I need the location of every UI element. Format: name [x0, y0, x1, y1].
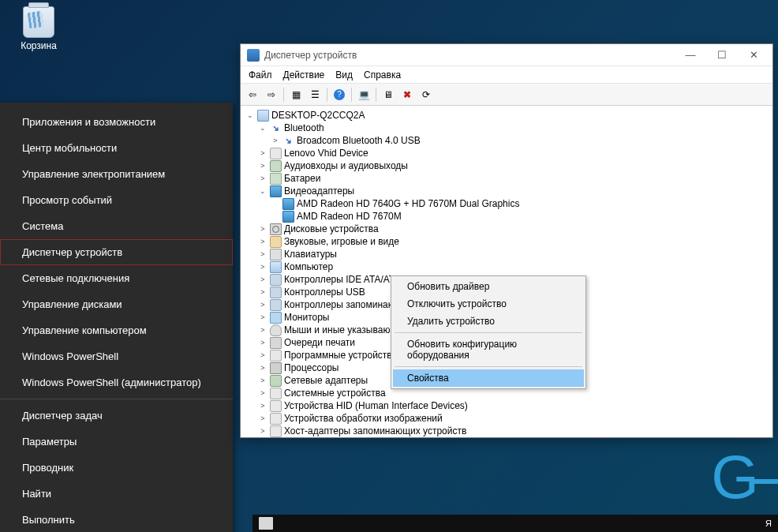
gen-icon: [270, 350, 282, 362]
expand-toggle[interactable]: >: [258, 288, 267, 296]
expand-toggle[interactable]: >: [258, 389, 267, 397]
context-menu-item[interactable]: Обновить конфигурацию оборудования: [393, 335, 584, 364]
tree-node-label: Очереди печати: [284, 337, 355, 348]
expand-toggle[interactable]: ⌄: [245, 111, 255, 119]
tree-root[interactable]: ⌄DESKTOP-Q2CCQ2A: [241, 109, 772, 122]
tree-category[interactable]: >Аудиовходы и аудиовыходы: [241, 159, 772, 172]
taskbar[interactable]: Я: [252, 515, 778, 532]
winx-item[interactable]: Приложения и возможности: [0, 109, 233, 135]
tree-category[interactable]: >Устройства HID (Human Interface Devices…: [241, 399, 772, 412]
winx-item[interactable]: Проводник: [0, 455, 233, 481]
menu-действие[interactable]: Действие: [283, 69, 325, 81]
winx-item[interactable]: Просмотр событий: [0, 187, 233, 213]
winx-item[interactable]: Центр мобильности: [0, 135, 233, 161]
net-icon: [270, 375, 282, 387]
tree-category[interactable]: >Lenovo Vhid Device: [241, 147, 772, 159]
gen-icon: [270, 413, 282, 425]
expand-toggle[interactable]: >: [258, 275, 267, 283]
expand-toggle[interactable]: >: [258, 351, 267, 359]
usb-icon: [270, 299, 282, 311]
tree-category[interactable]: ⌄Видеоадаптеры: [241, 185, 772, 197]
menu-справка[interactable]: Справка: [364, 69, 401, 81]
tree-category[interactable]: >Звуковые, игровые и виде: [241, 235, 772, 248]
expand-toggle[interactable]: >: [258, 149, 267, 157]
tree-device[interactable]: AMD Radeon HD 7670M: [241, 210, 772, 223]
expand-toggle[interactable]: >: [258, 263, 267, 271]
expand-toggle[interactable]: ⌄: [258, 187, 267, 195]
menu-вид[interactable]: Вид: [335, 69, 353, 81]
tree-category[interactable]: >Компьютер: [241, 260, 772, 273]
tree-node-label: Программные устройства: [284, 350, 397, 361]
context-menu-item[interactable]: Удалить устройство: [393, 313, 584, 330]
recycle-bin[interactable]: Корзина: [11, 6, 66, 51]
winx-item[interactable]: Управление дисками: [0, 291, 233, 317]
tree-category[interactable]: >Хост-адаптеры запоминающих устройств: [241, 425, 772, 437]
menu-файл[interactable]: Файл: [249, 69, 272, 81]
context-menu-item[interactable]: Свойства: [393, 369, 584, 387]
tree-category[interactable]: >Клавиатуры: [241, 248, 772, 260]
titlebar[interactable]: Диспетчер устройств — ☐ ✕: [241, 44, 772, 66]
snd-icon: [270, 236, 282, 248]
expand-toggle[interactable]: >: [258, 174, 267, 182]
tree-node-label: AMD Radeon HD 7640G + HD 7670M Dual Grap…: [297, 198, 519, 209]
winx-item[interactable]: Выполнить: [0, 507, 233, 532]
expand-toggle[interactable]: >: [258, 238, 267, 245]
expand-toggle[interactable]: ⌄: [258, 124, 267, 132]
context-menu-item[interactable]: Обновить драйвер: [393, 278, 584, 295]
expand-toggle[interactable]: >: [258, 313, 267, 321]
back-button[interactable]: ⇦: [244, 86, 261, 103]
tree-device[interactable]: AMD Radeon HD 7640G + HD 7670M Dual Grap…: [241, 197, 772, 210]
winx-item[interactable]: Управление электропитанием: [0, 161, 233, 187]
expand-toggle[interactable]: >: [258, 162, 267, 170]
prn-icon: [270, 337, 282, 349]
expand-toggle[interactable]: >: [258, 427, 267, 435]
help-button[interactable]: ?: [331, 86, 348, 103]
language-indicator[interactable]: Я: [765, 519, 772, 528]
close-button[interactable]: ✕: [738, 45, 769, 66]
minimize-button[interactable]: —: [675, 45, 706, 66]
tree-category[interactable]: >Батареи: [241, 172, 772, 185]
expand-toggle[interactable]: >: [258, 402, 267, 410]
context-menu-item[interactable]: Отключить устройство: [393, 295, 584, 313]
maximize-button[interactable]: ☐: [706, 45, 738, 66]
winx-item[interactable]: Система: [0, 213, 233, 239]
toolbar-separator: [283, 88, 284, 102]
tree-category[interactable]: >Дисковые устройства: [241, 223, 772, 235]
winx-item[interactable]: Windows PowerShell: [0, 343, 233, 369]
tree-node-label: Дисковые устройства: [284, 223, 379, 234]
forward-button[interactable]: ⇨: [263, 86, 280, 103]
view-button[interactable]: ☰: [306, 86, 324, 103]
disable-button[interactable]: ✖: [398, 86, 416, 103]
gen-icon: [270, 388, 282, 399]
expand-toggle[interactable]: >: [258, 364, 267, 372]
tree-node-label: Lenovo Vhid Device: [284, 148, 368, 159]
expand-toggle[interactable]: >: [258, 414, 267, 422]
winx-item[interactable]: Сетевые подключения: [0, 265, 233, 291]
expand-toggle[interactable]: >: [258, 377, 267, 384]
expand-toggle[interactable]: >: [258, 326, 267, 334]
show-hidden-button[interactable]: ▦: [287, 86, 305, 103]
update-driver-button[interactable]: ⟳: [417, 86, 435, 103]
tree-category[interactable]: >Устройства обработки изображений: [241, 412, 772, 425]
winx-item[interactable]: Управление компьютером: [0, 317, 233, 343]
uninstall-button[interactable]: 🖥: [380, 86, 397, 103]
expand-toggle[interactable]: >: [258, 250, 267, 258]
expand-toggle[interactable]: >: [258, 301, 267, 309]
toolbar-separator: [376, 88, 376, 102]
expand-toggle[interactable]: >: [258, 225, 267, 233]
tree-category[interactable]: ⌄Bluetooth: [241, 122, 772, 134]
winx-item[interactable]: Диспетчер устройств: [0, 239, 233, 265]
taskbar-app-icon[interactable]: [259, 517, 273, 530]
expand-toggle[interactable]: >: [271, 137, 280, 144]
tree-device[interactable]: >Broadcom Bluetooth 4.0 USB: [241, 134, 772, 147]
winx-item[interactable]: Параметры: [0, 429, 233, 455]
expand-toggle[interactable]: >: [258, 339, 267, 347]
winx-item[interactable]: Windows PowerShell (администратор): [0, 369, 233, 395]
winx-menu: Приложения и возможностиЦентр мобильност…: [0, 103, 233, 532]
tree-node-label: Компьютер: [284, 261, 333, 272]
tree-node-label: Батареи: [284, 173, 320, 184]
tree-node-label: Устройства обработки изображений: [284, 413, 443, 424]
scan-hardware-button[interactable]: 💻: [355, 86, 372, 103]
winx-item[interactable]: Диспетчер задач: [0, 403, 233, 429]
winx-item[interactable]: Найти: [0, 481, 233, 507]
